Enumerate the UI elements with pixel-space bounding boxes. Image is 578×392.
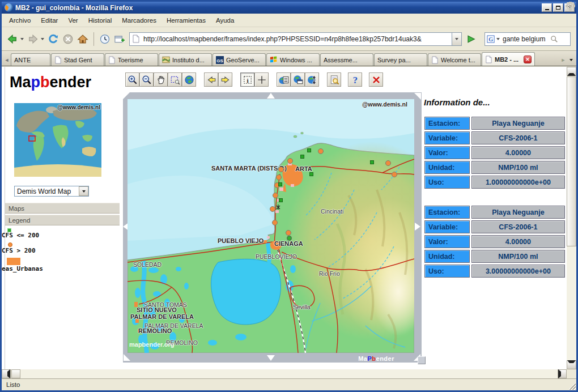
tab-mb2[interactable]: MB2 - ...✕	[482, 52, 535, 66]
new-tab-button[interactable]	[112, 32, 127, 46]
search-box[interactable]: G	[484, 32, 571, 46]
reload-button[interactable]	[46, 32, 61, 46]
tab-scroll-right-icon[interactable]: ►	[559, 54, 567, 66]
horizontal-scrollbar-thumb[interactable]	[11, 369, 20, 378]
page-icon	[132, 35, 140, 44]
station-green-square	[309, 172, 313, 176]
map-label: Cincinati	[321, 208, 343, 215]
scroll-up-icon[interactable]	[567, 67, 576, 76]
tab-toerisme[interactable]: Toerisme	[105, 53, 158, 66]
vertical-scrollbar[interactable]	[567, 67, 576, 369]
forward-button[interactable]	[26, 32, 40, 46]
scroll-down-icon[interactable]	[567, 360, 576, 369]
svg-text:GS: GS	[216, 58, 223, 63]
info-value: NMP/100 ml	[471, 161, 565, 174]
logo-text: ender	[50, 74, 92, 91]
menu-marcadores[interactable]: Marcadores	[117, 15, 162, 25]
map-canvas[interactable]: @www.demis.nlSANTA MARTA (DISTS.P.)ARTAC…	[128, 99, 414, 353]
tab-stad-gent[interactable]: Stad Gent	[51, 53, 104, 66]
tab-close-icon[interactable]: ✕	[524, 56, 532, 63]
map-label: SOLEDAD	[133, 261, 162, 268]
extent-forward-button[interactable]	[218, 73, 232, 87]
menu-historial[interactable]: Historial	[83, 15, 117, 25]
zoom-out-button[interactable]	[139, 73, 154, 87]
resize-grip[interactable]	[568, 382, 576, 390]
menu-herramientas[interactable]: Herramientas	[162, 15, 211, 25]
info-value: 4.00000	[471, 235, 565, 248]
history-clock-button[interactable]	[97, 32, 112, 46]
info-table-2: Estacion:Playa NeguanjeVariable:CFS-2006…	[424, 204, 567, 279]
scroll-left-icon[interactable]	[2, 369, 11, 378]
help-button[interactable]: ?	[348, 73, 362, 87]
wms-order-button[interactable]	[305, 73, 319, 87]
search-engine-dropdown-icon[interactable]	[496, 38, 500, 40]
tab-survey[interactable]: Survey pa...	[374, 53, 427, 66]
info-row: Uso:1.00000000000e+00	[424, 176, 565, 189]
tab-assessment[interactable]: Assessme...	[320, 53, 373, 66]
map-label: @www.demis.nl	[362, 101, 407, 108]
go-button[interactable]	[464, 32, 478, 46]
menu-ayuda[interactable]: Ayuda	[211, 15, 239, 25]
url-input[interactable]	[142, 35, 452, 44]
pan-east-icon[interactable]	[415, 223, 420, 231]
wms-dialog-button[interactable]	[291, 73, 305, 87]
tab-welcome[interactable]: Welcome t...	[428, 53, 481, 66]
pan-button[interactable]	[154, 73, 168, 87]
layer-select[interactable]: Demis World Map	[14, 186, 89, 197]
vertical-scrollbar-thumb[interactable]	[567, 76, 576, 246]
close-module-button[interactable]	[369, 73, 383, 87]
station-orange	[276, 174, 282, 180]
metadata-search-button[interactable]	[327, 73, 341, 87]
tab-gante[interactable]: ANTE	[11, 53, 50, 66]
tab-scroll-left-icon[interactable]: ◄	[3, 54, 11, 66]
sidebar-section-legend[interactable]: Legend	[5, 215, 120, 225]
maximize-button[interactable]	[553, 3, 563, 12]
tab-list-dropdown-icon[interactable]	[567, 54, 575, 66]
pan-southwest-icon[interactable]	[124, 354, 130, 361]
title-bar[interactable]: MB2 - gui_colombia - Mozilla Firefox ×	[2, 2, 576, 14]
full-extent-button[interactable]	[182, 73, 196, 87]
station-orange	[318, 148, 324, 154]
extent-back-button[interactable]	[204, 73, 218, 87]
legend-item-1: CFS > 200	[2, 242, 120, 254]
zoom-out-icon	[142, 75, 152, 85]
pan-northeast-icon[interactable]	[414, 93, 421, 100]
tab-geoserver[interactable]: GSGeoServe...	[212, 53, 266, 66]
wms-tree-button[interactable]	[277, 73, 291, 87]
search-icon[interactable]	[550, 35, 558, 43]
help-icon: ?	[350, 75, 360, 85]
menu-editar[interactable]: Editar	[36, 15, 63, 25]
zoom-box-button[interactable]	[168, 73, 182, 87]
url-dropdown-button[interactable]	[452, 32, 462, 46]
stop-button[interactable]	[61, 32, 75, 46]
info-row: Estacion:Playa Neguanje	[424, 117, 565, 130]
pan-north-icon[interactable]	[267, 93, 275, 99]
url-bar[interactable]	[129, 32, 452, 46]
pan-northwest-icon[interactable]	[123, 92, 130, 99]
zoom-box-icon	[170, 75, 180, 85]
legend-label: CFS <= 200	[2, 232, 120, 239]
tab-instituto[interactable]: Instituto d...	[159, 53, 212, 66]
tab-label: Windows ...	[280, 57, 316, 63]
sidebar-section-maps[interactable]: Maps	[5, 203, 120, 214]
forward-dropdown-icon[interactable]	[41, 38, 44, 40]
zoom-in-button[interactable]	[125, 73, 139, 87]
tab-label: Survey pa...	[377, 57, 424, 63]
overview-map[interactable]: @www.demis.nl	[14, 103, 101, 177]
station-orange	[392, 172, 397, 177]
horizontal-scrollbar[interactable]	[2, 369, 567, 378]
pan-south-icon[interactable]	[267, 355, 275, 361]
scroll-right-icon[interactable]	[558, 369, 567, 378]
home-button[interactable]	[75, 32, 90, 46]
back-dropdown-icon[interactable]	[20, 38, 24, 40]
coordinates-button[interactable]	[254, 73, 269, 87]
menu-ver[interactable]: Ver	[63, 15, 83, 25]
svg-text:G: G	[488, 36, 493, 42]
menu-archivo[interactable]: Archivo	[4, 15, 36, 25]
minimize-button[interactable]	[542, 3, 552, 12]
tab-windows[interactable]: Windows ...	[266, 53, 320, 66]
search-input[interactable]	[502, 35, 550, 44]
back-button[interactable]	[5, 32, 20, 46]
select-dropdown-icon[interactable]	[79, 186, 88, 196]
feature-info-button[interactable]: i	[240, 73, 254, 87]
